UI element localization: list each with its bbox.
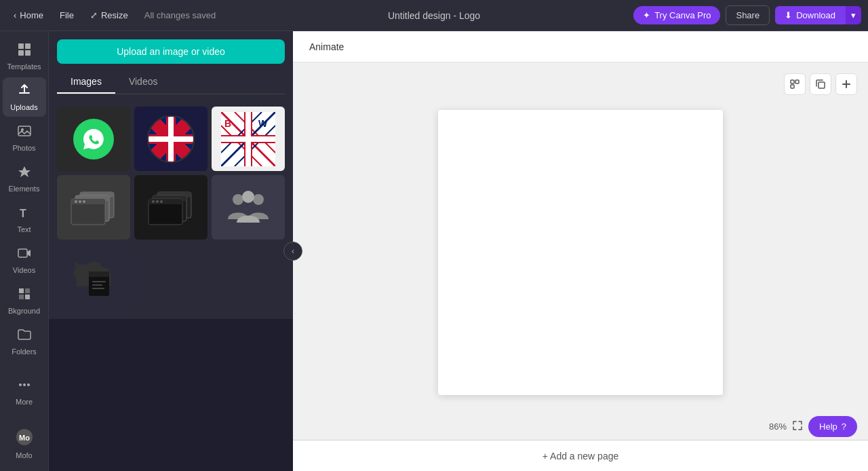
image-uk-flag[interactable] — [134, 107, 208, 171]
position-icon — [789, 79, 800, 90]
svg-text:W: W — [258, 118, 268, 129]
background-label: Bkground — [8, 307, 40, 315]
svg-rect-10 — [19, 288, 24, 293]
zoom-level: 86% — [769, 421, 787, 432]
svg-point-15 — [23, 383, 26, 386]
share-button[interactable]: Share — [726, 5, 770, 25]
design-canvas[interactable] — [438, 110, 723, 395]
svg-rect-11 — [25, 288, 30, 293]
sidebar-item-elements[interactable]: Elements — [3, 159, 46, 198]
file-button[interactable]: File — [53, 7, 81, 24]
media-tabs: Images Videos — [57, 71, 285, 94]
svg-point-52 — [242, 191, 254, 203]
help-label: Help — [819, 421, 837, 432]
home-label: Home — [20, 10, 43, 20]
elements-label: Elements — [9, 185, 40, 193]
download-dropdown-button[interactable]: ▾ — [845, 6, 861, 24]
image-windows-dark[interactable] — [134, 175, 208, 240]
text-icon: T — [17, 205, 32, 223]
svg-rect-0 — [18, 43, 24, 49]
svg-rect-61 — [92, 288, 104, 289]
elements-icon — [17, 164, 32, 183]
pattern-svg: B W — [221, 112, 275, 166]
sidebar-item-folders[interactable]: Folders — [3, 322, 46, 361]
sidebar-item-text[interactable]: T Text — [3, 200, 46, 239]
image-people[interactable] — [212, 175, 285, 240]
canva-star-icon: ✦ — [643, 10, 650, 20]
folders-label: Folders — [12, 347, 37, 356]
mofo-area[interactable]: Mo Mofo — [0, 421, 49, 466]
duplicate-button[interactable] — [810, 73, 831, 95]
tab-images[interactable]: Images — [57, 71, 115, 94]
sidebar-item-uploads[interactable]: Uploads — [3, 77, 46, 117]
svg-rect-60 — [92, 284, 102, 286]
svg-text:B: B — [224, 118, 231, 129]
image-pattern[interactable]: B W — [212, 107, 285, 171]
svg-rect-9 — [18, 249, 27, 257]
saved-text: All changes saved — [144, 10, 216, 20]
templates-label: Templates — [7, 62, 41, 71]
resize-button[interactable]: ⤢ Resize — [83, 7, 135, 24]
svg-rect-1 — [25, 43, 31, 49]
uploads-label: Uploads — [10, 103, 37, 111]
download-button-group: ⬇ Download ▾ — [775, 6, 861, 24]
svg-point-14 — [19, 383, 22, 386]
sidebar-item-photos[interactable]: Photos — [3, 118, 46, 157]
download-label: Download — [796, 10, 835, 20]
more-icon — [17, 377, 32, 396]
svg-point-47 — [152, 200, 155, 203]
sidebar-item-templates[interactable]: Templates — [3, 37, 46, 76]
upload-label: Upload an image or video — [117, 46, 225, 57]
home-button[interactable]: ‹ Home — [7, 7, 50, 24]
sidebar-item-videos[interactable]: Videos — [3, 240, 46, 280]
uploads-panel-wrapper: Upload an image or video Images Videos — [49, 31, 293, 471]
svg-point-51 — [253, 194, 264, 205]
images-tab-label: Images — [71, 76, 102, 87]
uploads-icon — [17, 83, 32, 101]
add-page-bar[interactable]: + Add a new page — [293, 440, 868, 471]
try-canva-button[interactable]: ✦ Try Canva Pro — [633, 6, 720, 24]
help-question-icon: ? — [842, 421, 846, 432]
svg-rect-65 — [795, 80, 799, 83]
hide-panel-button[interactable]: ‹ — [283, 242, 302, 261]
fullscreen-button[interactable] — [792, 420, 803, 433]
svg-rect-12 — [19, 295, 24, 299]
videos-tab-label: Videos — [129, 76, 158, 87]
animate-label: Animate — [309, 41, 344, 52]
duplicate-icon — [815, 79, 826, 90]
svg-rect-4 — [19, 92, 30, 94]
people-svg — [224, 189, 272, 226]
fullscreen-icon — [792, 420, 803, 431]
svg-rect-58 — [89, 271, 109, 277]
share-label: Share — [736, 10, 760, 20]
mofo-label: Mofo — [16, 451, 32, 459]
resize-label: Resize — [101, 10, 128, 20]
image-whatsapp[interactable] — [57, 107, 130, 171]
sidebar-item-more[interactable]: More — [3, 372, 46, 411]
position-icon-button[interactable] — [784, 73, 806, 95]
image-cloud-doc[interactable] — [57, 244, 130, 308]
download-button[interactable]: ⬇ Download — [775, 6, 845, 24]
chevron-left-icon: ‹ — [292, 246, 294, 256]
try-canva-label: Try Canva Pro — [654, 10, 711, 20]
photos-label: Photos — [12, 144, 35, 152]
animate-button[interactable]: Animate — [304, 39, 349, 55]
more-label: More — [16, 398, 33, 406]
add-button[interactable] — [835, 73, 857, 95]
svg-point-38 — [75, 200, 77, 203]
canvas-area: Animate — [293, 31, 868, 471]
windows-light-svg — [70, 189, 117, 226]
background-icon — [17, 286, 32, 305]
videos-icon — [17, 246, 32, 264]
image-windows-light[interactable] — [57, 175, 130, 240]
text-label: Text — [17, 225, 31, 233]
help-button[interactable]: Help ? — [808, 416, 857, 437]
svg-rect-29 — [221, 136, 275, 142]
tab-videos[interactable]: Videos — [115, 71, 172, 94]
svg-rect-67 — [818, 82, 825, 88]
sidebar-item-background[interactable]: Bkground — [3, 281, 46, 320]
canvas-workspace[interactable] — [293, 62, 868, 440]
upload-button[interactable]: Upload an image or video — [57, 39, 285, 64]
svg-point-40 — [83, 200, 85, 203]
folders-icon — [17, 327, 32, 345]
